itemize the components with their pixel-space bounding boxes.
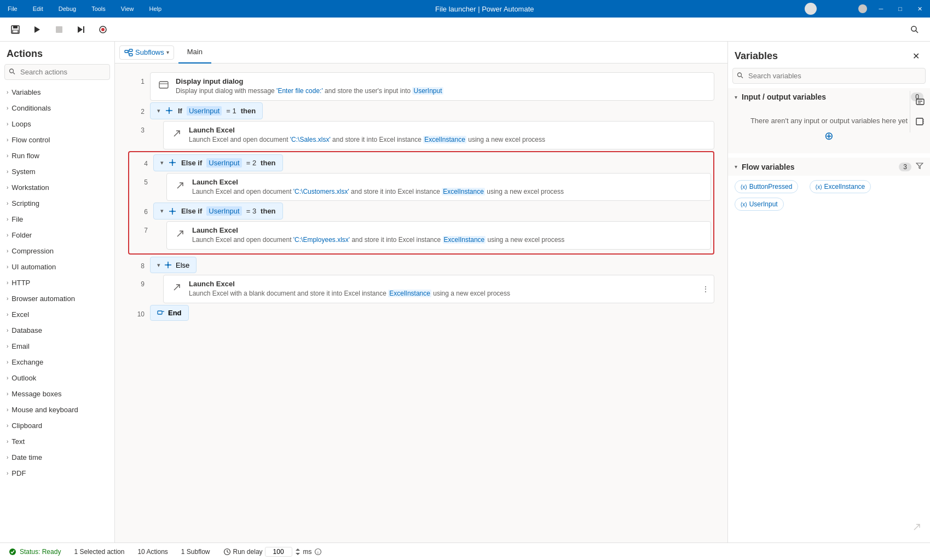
- io-add-icon[interactable]: ⊕: [737, 129, 921, 142]
- action-label: Email: [11, 342, 30, 350]
- menu-view[interactable]: View: [118, 4, 137, 13]
- more-options-icon[interactable]: ⋮: [702, 285, 709, 293]
- actions-item-pdf[interactable]: › PDF: [0, 465, 114, 481]
- filter-icon[interactable]: [916, 162, 923, 171]
- record-button[interactable]: [94, 21, 112, 38]
- action-label: Exchange: [11, 358, 43, 366]
- canvas-search-button[interactable]: [906, 21, 923, 38]
- actions-item-http[interactable]: › HTTP: [0, 275, 114, 291]
- launch-excel-3-action[interactable]: Launch Excel Launch Excel and open docum…: [166, 221, 711, 250]
- launch-excel-2-action[interactable]: Launch Excel Launch Excel and open docum…: [166, 173, 711, 201]
- actions-item-mouse-keyboard[interactable]: › Mouse and keyboard: [0, 402, 114, 418]
- subflows-button[interactable]: Subflows ▾: [119, 45, 174, 60]
- menu-tools[interactable]: Tools: [88, 4, 109, 13]
- variable-chip-userinput[interactable]: (x) UserInput: [735, 198, 784, 211]
- actions-item-variables[interactable]: › Variables: [0, 84, 114, 100]
- flow-section-header[interactable]: ▾ Flow variables 3: [728, 158, 930, 176]
- else-if-1-block[interactable]: ▾ Else if UserInput = 2 then: [153, 154, 283, 171]
- run-delay-stepper[interactable]: [294, 547, 301, 556]
- minimize-btn[interactable]: ─: [876, 4, 887, 13]
- actions-item-scripting[interactable]: › Scripting: [0, 195, 114, 211]
- actions-item-outlook[interactable]: › Outlook: [0, 370, 114, 386]
- actions-item-compression[interactable]: › Compression: [0, 243, 114, 259]
- flow-body-2: ▾ If UserInput = 1 then: [150, 102, 714, 119]
- search-actions-input[interactable]: [4, 64, 110, 80]
- variables-icon-btn-1[interactable]: [911, 93, 929, 111]
- status-ready: Status: Ready: [9, 548, 61, 556]
- actions-item-folder[interactable]: › Folder: [0, 227, 114, 243]
- actions-item-ui-automation[interactable]: › UI automation: [0, 259, 114, 275]
- collapse-icon[interactable]: ▾: [157, 107, 160, 114]
- collapse-icon[interactable]: ▾: [160, 159, 164, 166]
- actions-item-flow-control[interactable]: › Flow control: [0, 132, 114, 148]
- svg-point-11: [10, 69, 14, 73]
- menu-help[interactable]: Help: [146, 4, 165, 13]
- variable-chip: ExcelInstance: [388, 290, 431, 297]
- flow-body-3: Launch Excel Launch Excel and open docum…: [150, 121, 714, 149]
- actions-item-file[interactable]: › File: [0, 211, 114, 227]
- io-section-header[interactable]: ▾ Input / output variables 0: [728, 88, 930, 106]
- actions-item-database[interactable]: › Database: [0, 322, 114, 338]
- collapse-icon[interactable]: ▾: [160, 207, 164, 215]
- actions-item-excel[interactable]: › Excel: [0, 307, 114, 322]
- if-block[interactable]: ▾ If UserInput = 1 then: [150, 102, 263, 119]
- run-button[interactable]: [28, 21, 46, 38]
- menu-edit[interactable]: Edit: [30, 4, 47, 13]
- else-block[interactable]: ▾ Else: [150, 257, 197, 273]
- actions-list: › Variables › Conditionals › Loops › Flo…: [0, 84, 114, 542]
- flow-row-8: 8 ▾ Else: [128, 257, 714, 273]
- flow-variables-section: ▾ Flow variables 3 (x) ButtonPressed: [728, 158, 930, 215]
- launch-excel-4-action[interactable]: Launch Excel Launch Excel with a blank d…: [163, 275, 714, 303]
- actions-item-text[interactable]: › Text: [0, 434, 114, 449]
- action-label: Outlook: [11, 374, 36, 382]
- menu-file[interactable]: File: [4, 4, 21, 13]
- actions-item-clipboard[interactable]: › Clipboard: [0, 418, 114, 434]
- actions-item-datetime[interactable]: › Date time: [0, 449, 114, 465]
- svg-point-26: [167, 264, 169, 266]
- toolbar: [0, 18, 930, 42]
- variable-chip-excelinstance[interactable]: (x) ExcelInstance: [810, 180, 871, 193]
- variables-icon-btn-2[interactable]: [911, 113, 929, 130]
- string-value: 'C:\Sales.xlsx': [290, 136, 331, 143]
- stop-button[interactable]: [50, 21, 68, 38]
- save-button[interactable]: [7, 21, 24, 38]
- search-variables-input[interactable]: [732, 68, 926, 84]
- string-value: 'C:\Customers.xlsx': [293, 188, 349, 195]
- flow-body-6: ▾ Else if UserInput = 3 then: [153, 203, 711, 220]
- display-input-dialog-action[interactable]: Display input dialog Display input dialo…: [150, 72, 714, 101]
- variable-icon: (x): [741, 201, 747, 207]
- variables-header: Variables ✕: [728, 42, 930, 68]
- launch-excel-1-action[interactable]: Launch Excel Launch Excel and open docum…: [163, 121, 714, 149]
- close-btn[interactable]: ✕: [914, 4, 926, 14]
- variables-close-button[interactable]: ✕: [908, 48, 923, 63]
- actions-item-message-boxes[interactable]: › Message boxes: [0, 386, 114, 402]
- subflows-label: Subflows: [135, 48, 164, 56]
- flow-number-5: 5: [131, 173, 148, 186]
- chevron-right-icon: ›: [7, 311, 8, 317]
- launch-icon: [170, 281, 183, 294]
- end-block[interactable]: End: [150, 305, 189, 321]
- run-delay-input[interactable]: [265, 547, 292, 557]
- actions-item-exchange[interactable]: › Exchange: [0, 354, 114, 370]
- actions-item-system[interactable]: › System: [0, 164, 114, 180]
- canvas-area: 1 Display input dialog Display input dia…: [115, 63, 727, 542]
- chevron-right-icon: ›: [7, 423, 8, 429]
- next-step-button[interactable]: [72, 21, 90, 38]
- actions-item-email[interactable]: › Email: [0, 338, 114, 354]
- svg-line-38: [741, 76, 743, 78]
- collapse-icon[interactable]: ▾: [157, 262, 160, 269]
- chevron-right-icon: ›: [7, 153, 8, 159]
- maximize-btn[interactable]: □: [895, 4, 905, 13]
- actions-item-run-flow[interactable]: › Run flow: [0, 148, 114, 164]
- actions-item-loops[interactable]: › Loops: [0, 116, 114, 132]
- actions-item-browser-automation[interactable]: › Browser automation: [0, 291, 114, 307]
- main-tab[interactable]: Main: [178, 42, 211, 63]
- flow-number-9: 9: [128, 275, 145, 288]
- menu-debug[interactable]: Debug: [55, 4, 79, 13]
- actions-item-workstation[interactable]: › Workstation: [0, 180, 114, 195]
- actions-item-conditionals[interactable]: › Conditionals: [0, 100, 114, 116]
- else-if-2-block[interactable]: ▾ Else if UserInput = 3 then: [153, 203, 283, 220]
- variable-chip-buttonpressed[interactable]: (x) ButtonPressed: [735, 180, 798, 193]
- if-operator: = 1: [226, 107, 236, 115]
- svg-point-39: [9, 549, 16, 555]
